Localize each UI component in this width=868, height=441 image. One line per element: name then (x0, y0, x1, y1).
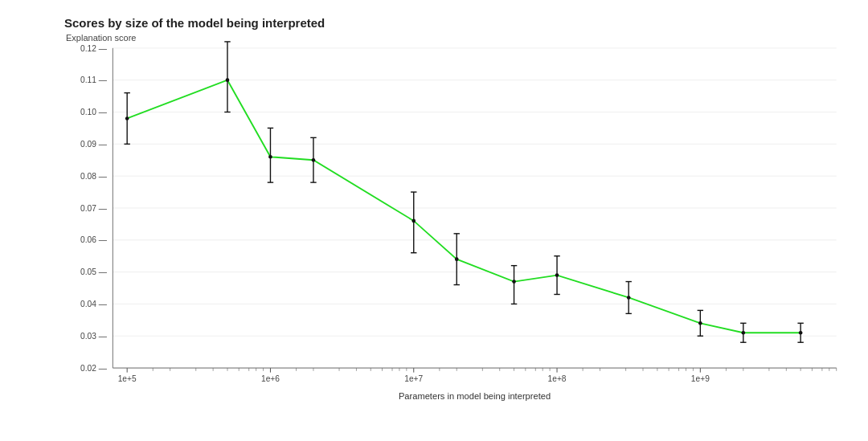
svg-point-122 (742, 331, 746, 335)
svg-point-126 (799, 331, 803, 335)
svg-point-86 (226, 78, 230, 82)
svg-point-82 (125, 116, 129, 120)
svg-text:0.04 —: 0.04 — (80, 300, 108, 308)
svg-text:0.10 —: 0.10 — (80, 108, 108, 116)
svg-text:0.03 —: 0.03 — (80, 332, 108, 341)
svg-point-106 (512, 280, 516, 284)
svg-text:1e+7: 1e+7 (404, 374, 423, 383)
svg-text:0.07 —: 0.07 — (80, 204, 108, 213)
svg-text:1e+6: 1e+6 (261, 374, 280, 383)
svg-point-98 (411, 219, 416, 223)
svg-text:1e+5: 1e+5 (118, 374, 137, 383)
svg-text:0.05 —: 0.05 — (80, 267, 108, 276)
svg-point-114 (627, 296, 631, 300)
svg-point-110 (555, 273, 559, 277)
svg-point-90 (268, 155, 272, 159)
chart-svg: 0.02 —0.03 —0.04 —0.05 —0.06 —0.07 —0.08… (64, 44, 844, 413)
svg-point-94 (312, 158, 316, 162)
svg-text:1e+8: 1e+8 (548, 374, 567, 383)
svg-text:0.09 —: 0.09 — (80, 140, 108, 149)
svg-text:1e+9: 1e+9 (691, 374, 710, 383)
y-axis-label: Explanation score (66, 33, 844, 43)
chart-container: Scores by size of the model being interp… (0, 0, 868, 441)
svg-text:Parameters in model being inte: Parameters in model being interpreted (399, 391, 551, 401)
svg-point-118 (698, 321, 702, 325)
svg-text:0.08 —: 0.08 — (80, 172, 108, 181)
svg-text:0.12 —: 0.12 — (80, 44, 108, 53)
svg-text:0.11 —: 0.11 — (80, 76, 108, 84)
svg-text:0.02 —: 0.02 — (80, 364, 108, 373)
svg-text:0.06 —: 0.06 — (80, 236, 108, 245)
svg-point-102 (455, 257, 459, 261)
chart-title: Scores by size of the model being interp… (64, 16, 844, 30)
